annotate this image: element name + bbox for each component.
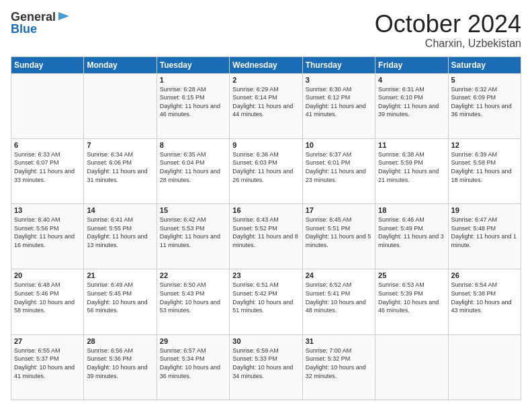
page: General Blue October 2024 Charxin, Uzbek… [0, 0, 532, 411]
day-info: Sunrise: 6:41 AM Sunset: 5:55 PM Dayligh… [87, 216, 153, 249]
calendar-cell: 1Sunrise: 6:28 AM Sunset: 6:15 PM Daylig… [157, 73, 229, 138]
title-block: October 2024 Charxin, Uzbekistan [375, 11, 521, 50]
calendar-cell: 21Sunrise: 6:49 AM Sunset: 5:45 PM Dayli… [84, 269, 157, 334]
logo-image: General Blue [11, 11, 71, 35]
calendar-cell: 31Sunrise: 7:00 AM Sunset: 5:32 PM Dayli… [302, 334, 375, 400]
calendar-cell: 11Sunrise: 6:38 AM Sunset: 5:59 PM Dayli… [375, 138, 448, 203]
calendar-cell: 28Sunrise: 6:56 AM Sunset: 5:36 PM Dayli… [84, 334, 157, 400]
day-info: Sunrise: 6:31 AM Sunset: 6:10 PM Dayligh… [378, 85, 445, 119]
day-number: 6 [14, 141, 81, 149]
header: General Blue October 2024 Charxin, Uzbek… [11, 11, 521, 50]
day-number: 2 [232, 76, 299, 84]
calendar-cell: 15Sunrise: 6:42 AM Sunset: 5:53 PM Dayli… [157, 204, 229, 269]
calendar-cell: 25Sunrise: 6:53 AM Sunset: 5:39 PM Dayli… [375, 269, 448, 334]
calendar-cell: 6Sunrise: 6:33 AM Sunset: 6:07 PM Daylig… [11, 138, 84, 203]
col-header-wednesday: Wednesday [230, 56, 302, 73]
col-header-thursday: Thursday [302, 56, 375, 73]
day-number: 22 [160, 271, 226, 279]
location-title: Charxin, Uzbekistan [375, 38, 521, 50]
day-info: Sunrise: 7:00 AM Sunset: 5:32 PM Dayligh… [306, 347, 372, 380]
day-number: 28 [87, 337, 153, 345]
calendar-cell: 16Sunrise: 6:43 AM Sunset: 5:52 PM Dayli… [230, 204, 302, 269]
svg-marker-0 [58, 12, 69, 20]
calendar-cell: 29Sunrise: 6:57 AM Sunset: 5:34 PM Dayli… [157, 334, 229, 400]
calendar-cell: 3Sunrise: 6:30 AM Sunset: 6:12 PM Daylig… [302, 73, 375, 138]
day-info: Sunrise: 6:39 AM Sunset: 5:58 PM Dayligh… [451, 150, 518, 184]
col-header-monday: Monday [84, 56, 157, 73]
header-row: SundayMondayTuesdayWednesdayThursdayFrid… [11, 56, 521, 73]
day-info: Sunrise: 6:40 AM Sunset: 5:56 PM Dayligh… [14, 216, 81, 249]
day-info: Sunrise: 6:57 AM Sunset: 5:34 PM Dayligh… [160, 347, 226, 380]
col-header-sunday: Sunday [11, 56, 84, 73]
day-number: 10 [306, 141, 372, 149]
day-info: Sunrise: 6:37 AM Sunset: 6:01 PM Dayligh… [306, 150, 372, 184]
calendar-cell: 19Sunrise: 6:47 AM Sunset: 5:48 PM Dayli… [448, 204, 521, 269]
day-number: 30 [232, 337, 299, 345]
calendar-cell: 22Sunrise: 6:50 AM Sunset: 5:43 PM Dayli… [157, 269, 229, 334]
day-number: 8 [160, 141, 226, 149]
col-header-tuesday: Tuesday [157, 56, 229, 73]
calendar-cell: 30Sunrise: 6:59 AM Sunset: 5:33 PM Dayli… [230, 334, 302, 400]
calendar-cell: 24Sunrise: 6:52 AM Sunset: 5:41 PM Dayli… [302, 269, 375, 334]
day-number: 7 [87, 141, 153, 149]
day-info: Sunrise: 6:50 AM Sunset: 5:43 PM Dayligh… [160, 281, 226, 314]
calendar-cell: 7Sunrise: 6:34 AM Sunset: 6:06 PM Daylig… [84, 138, 157, 203]
day-info: Sunrise: 6:30 AM Sunset: 6:12 PM Dayligh… [306, 85, 372, 119]
day-info: Sunrise: 6:36 AM Sunset: 6:03 PM Dayligh… [232, 150, 299, 184]
week-row-4: 20Sunrise: 6:48 AM Sunset: 5:46 PM Dayli… [11, 269, 521, 334]
day-number: 17 [306, 206, 372, 214]
col-header-friday: Friday [375, 56, 448, 73]
calendar-cell: 4Sunrise: 6:31 AM Sunset: 6:10 PM Daylig… [375, 73, 448, 138]
week-row-3: 13Sunrise: 6:40 AM Sunset: 5:56 PM Dayli… [11, 204, 521, 269]
day-info: Sunrise: 6:29 AM Sunset: 6:14 PM Dayligh… [232, 85, 299, 119]
day-info: Sunrise: 6:28 AM Sunset: 6:15 PM Dayligh… [160, 85, 226, 119]
calendar-table: SundayMondayTuesdayWednesdayThursdayFrid… [11, 56, 521, 400]
day-info: Sunrise: 6:53 AM Sunset: 5:39 PM Dayligh… [378, 281, 445, 314]
calendar-cell: 8Sunrise: 6:35 AM Sunset: 6:04 PM Daylig… [157, 138, 229, 203]
day-number: 23 [232, 271, 299, 279]
logo: General Blue [11, 11, 71, 35]
day-info: Sunrise: 6:49 AM Sunset: 5:45 PM Dayligh… [87, 281, 153, 314]
day-number: 20 [14, 271, 81, 279]
col-header-saturday: Saturday [448, 56, 521, 73]
day-number: 9 [232, 141, 299, 149]
month-title: October 2024 [375, 11, 521, 38]
logo-arrow-icon [57, 9, 71, 23]
calendar-cell [375, 334, 448, 400]
day-number: 13 [14, 206, 81, 214]
calendar-cell: 5Sunrise: 6:32 AM Sunset: 6:09 PM Daylig… [448, 73, 521, 138]
calendar-cell: 2Sunrise: 6:29 AM Sunset: 6:14 PM Daylig… [230, 73, 302, 138]
calendar-cell: 20Sunrise: 6:48 AM Sunset: 5:46 PM Dayli… [11, 269, 84, 334]
day-number: 31 [306, 337, 372, 345]
day-number: 4 [378, 76, 445, 84]
calendar-cell: 26Sunrise: 6:54 AM Sunset: 5:38 PM Dayli… [448, 269, 521, 334]
day-number: 21 [87, 271, 153, 279]
day-info: Sunrise: 6:48 AM Sunset: 5:46 PM Dayligh… [14, 281, 81, 314]
logo-blue-text: Blue [11, 23, 71, 35]
day-info: Sunrise: 6:35 AM Sunset: 6:04 PM Dayligh… [160, 150, 226, 184]
calendar-cell [11, 73, 84, 138]
day-number: 25 [378, 271, 445, 279]
day-info: Sunrise: 6:34 AM Sunset: 6:06 PM Dayligh… [87, 150, 153, 184]
calendar-cell [84, 73, 157, 138]
week-row-1: 1Sunrise: 6:28 AM Sunset: 6:15 PM Daylig… [11, 73, 521, 138]
day-number: 19 [451, 206, 518, 214]
calendar-cell: 12Sunrise: 6:39 AM Sunset: 5:58 PM Dayli… [448, 138, 521, 203]
day-number: 11 [378, 141, 445, 149]
day-info: Sunrise: 6:56 AM Sunset: 5:36 PM Dayligh… [87, 347, 153, 380]
week-row-5: 27Sunrise: 6:55 AM Sunset: 5:37 PM Dayli… [11, 334, 521, 400]
calendar-cell: 13Sunrise: 6:40 AM Sunset: 5:56 PM Dayli… [11, 204, 84, 269]
calendar-cell [448, 334, 521, 400]
day-number: 5 [451, 76, 518, 84]
day-number: 26 [451, 271, 518, 279]
calendar-cell: 18Sunrise: 6:46 AM Sunset: 5:49 PM Dayli… [375, 204, 448, 269]
day-info: Sunrise: 6:38 AM Sunset: 5:59 PM Dayligh… [378, 150, 445, 184]
day-info: Sunrise: 6:42 AM Sunset: 5:53 PM Dayligh… [160, 216, 226, 249]
day-info: Sunrise: 6:55 AM Sunset: 5:37 PM Dayligh… [14, 347, 81, 380]
day-info: Sunrise: 6:51 AM Sunset: 5:42 PM Dayligh… [232, 281, 299, 314]
calendar-cell: 9Sunrise: 6:36 AM Sunset: 6:03 PM Daylig… [230, 138, 302, 203]
calendar-cell: 17Sunrise: 6:45 AM Sunset: 5:51 PM Dayli… [302, 204, 375, 269]
day-info: Sunrise: 6:33 AM Sunset: 6:07 PM Dayligh… [14, 150, 81, 184]
day-info: Sunrise: 6:32 AM Sunset: 6:09 PM Dayligh… [451, 85, 518, 119]
day-number: 18 [378, 206, 445, 214]
